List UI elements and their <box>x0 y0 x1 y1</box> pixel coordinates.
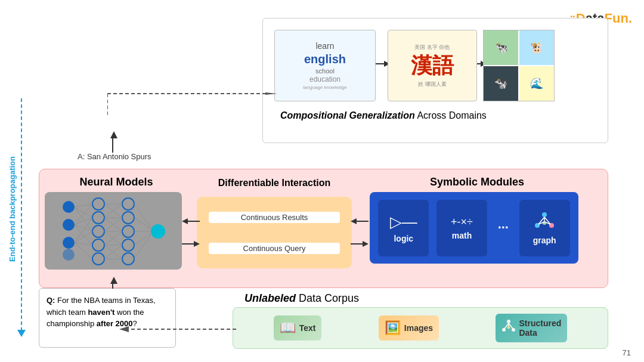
svg-point-62 <box>543 221 546 225</box>
sym-module-graph: graph <box>519 200 570 256</box>
text-icon: 📖 <box>280 320 296 336</box>
wc-education: education <box>303 75 346 85</box>
diff-row-2: Continuous Query <box>209 243 340 254</box>
svg-point-15 <box>92 253 104 265</box>
comp-gen-italic: Compositional Generalization <box>280 110 415 120</box>
symbolic-modules-box: ▷— logic +-×÷ math ··· <box>370 192 578 264</box>
corpus-text: 📖 Text <box>274 315 322 341</box>
san-antonio-up-arrow <box>110 131 117 138</box>
neural-section: Neural Models <box>45 176 188 280</box>
sym-module-logic: ▷— logic <box>378 200 429 256</box>
sym-dots: ··· <box>498 220 509 236</box>
comp-gen-rest: Across Domains <box>415 110 487 120</box>
question-up-arrow <box>110 277 117 284</box>
svg-line-46 <box>134 204 151 228</box>
wc-school: school <box>303 67 346 75</box>
chinese-text: 美国 名字 你他 漢語 姓 哪国人素 <box>388 30 477 101</box>
corpus-images: 🖼️ Images <box>379 315 439 341</box>
arrow-results-to-neural <box>182 216 200 226</box>
svg-point-70 <box>512 328 515 332</box>
svg-point-21 <box>151 224 165 239</box>
graph-label: graph <box>533 236 556 245</box>
svg-line-32 <box>75 243 92 259</box>
cow-cell-2: 🐮 <box>519 30 554 65</box>
corpus-structured: StructuredData <box>496 314 567 342</box>
svg-point-19 <box>122 239 134 251</box>
unlabeled-italic: Unlabeled <box>244 292 296 304</box>
question-up-line <box>112 284 113 289</box>
svg-point-10 <box>63 249 75 261</box>
page-number: 71 <box>623 348 631 357</box>
svg-point-69 <box>502 328 506 332</box>
neural-network-svg <box>51 195 176 267</box>
structured-icon <box>501 319 516 337</box>
svg-marker-6 <box>265 92 277 95</box>
dashed-arrow-corpus-to-q <box>119 324 236 334</box>
graph-icon <box>534 211 555 233</box>
svg-line-47 <box>134 218 151 229</box>
sym-module-math: +-×÷ math <box>436 200 487 256</box>
wc-learn: learn <box>303 41 346 51</box>
e2e-label: End-to-end backpropagation <box>6 119 18 298</box>
corpus-text-label: Text <box>299 323 316 333</box>
neural-models-title: Neural Models <box>45 176 188 188</box>
san-antonio-up-line <box>112 138 113 153</box>
wc-english: english <box>303 51 346 67</box>
svg-point-9 <box>63 237 75 249</box>
logic-label: logic <box>394 234 413 243</box>
arrow-neural-to-query <box>182 239 200 249</box>
svg-point-20 <box>122 253 134 265</box>
svg-point-17 <box>122 212 134 224</box>
svg-line-23 <box>75 207 92 218</box>
svg-line-50 <box>134 235 151 259</box>
comp-gen-label: Compositional Generalization Across Doma… <box>280 110 487 121</box>
corpus-images-label: Images <box>404 323 433 333</box>
unlabeled-rest: Data Corpus <box>296 292 359 304</box>
unlabeled-label: Unlabeled Data Corpus <box>244 292 359 305</box>
svg-point-59 <box>542 212 547 217</box>
wc-small: language knowledge <box>303 85 346 91</box>
images-icon: 🖼️ <box>385 320 401 336</box>
svg-point-18 <box>122 225 134 237</box>
cow-cell-1: 🐄 <box>484 30 518 65</box>
hanzi-text: 漢語 <box>411 51 454 81</box>
svg-point-71 <box>507 326 510 329</box>
arrow-symbolic-to-results <box>351 216 369 226</box>
svg-marker-76 <box>119 326 129 332</box>
math-label: math <box>452 231 472 240</box>
logic-icon: ▷— <box>390 213 417 231</box>
svg-point-68 <box>507 320 510 323</box>
cow-cell-4: 🌊 <box>519 66 554 101</box>
svg-line-49 <box>134 234 151 245</box>
svg-point-11 <box>92 198 104 210</box>
diff-interaction-title: Differentiable Interaction <box>197 178 352 188</box>
diff-row-1: Continuous Results <box>209 212 340 223</box>
backprop-dashed-line <box>21 98 22 331</box>
word-cloud: learn english school education language … <box>274 30 376 101</box>
svg-marker-56 <box>363 241 369 247</box>
backprop-arrow <box>17 330 26 337</box>
svg-marker-58 <box>351 218 357 224</box>
corpus-structured-label: StructuredData <box>519 318 561 338</box>
svg-marker-52 <box>182 218 188 224</box>
symbolic-section: Symbolic Modules ▷— logic +-×÷ math ··· <box>370 176 584 280</box>
svg-point-14 <box>92 239 104 251</box>
cow-images: 🐄 🐮 🐄 🌊 <box>483 30 555 101</box>
diff-interaction-box: Continuous Results Continuous Query <box>197 197 352 268</box>
neural-diagram <box>45 192 182 270</box>
cow-cell-3: 🐄 <box>484 66 518 101</box>
svg-point-16 <box>122 198 134 210</box>
svg-line-31 <box>75 243 92 245</box>
svg-line-30 <box>75 231 92 243</box>
san-antonio-label: A: San Antonio Spurs <box>78 152 151 161</box>
question-box: Q: For the NBA teams in Texas, which tea… <box>39 288 176 348</box>
svg-point-8 <box>63 219 75 231</box>
svg-marker-54 <box>194 241 200 247</box>
symbolic-modules-title: Symbolic Modules <box>370 176 584 188</box>
math-icon: +-×÷ <box>451 216 473 228</box>
svg-point-7 <box>63 201 75 213</box>
dashed-line-to-compgen <box>107 92 277 119</box>
data-corpus-box: 📖 Text 🖼️ Images StructuredData <box>233 307 608 349</box>
svg-point-13 <box>92 225 104 237</box>
q-label: Q: <box>47 296 55 305</box>
